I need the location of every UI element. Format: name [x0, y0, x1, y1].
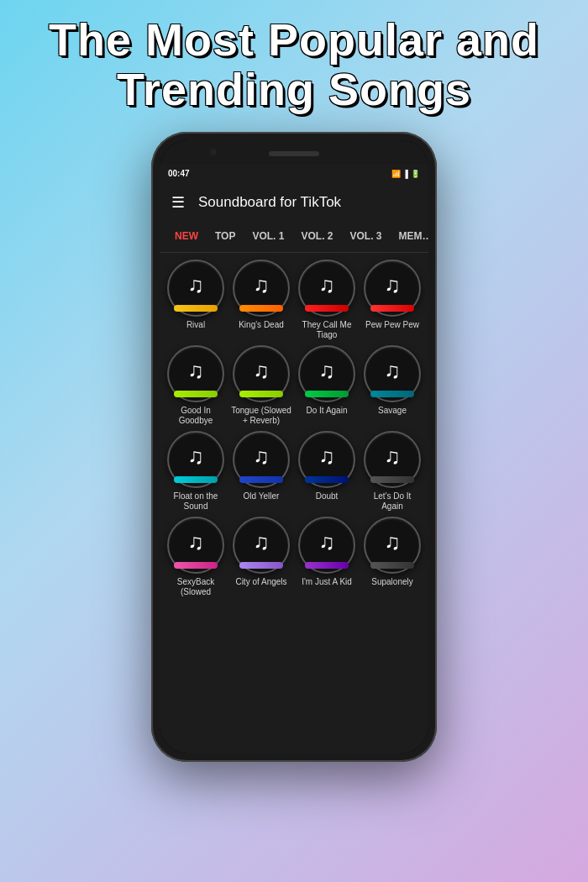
music-note-icon: ♫	[253, 272, 270, 298]
app-header: ☰ Soundboard for TikTok	[160, 184, 428, 221]
music-note-icon: ♫	[253, 358, 270, 384]
sound-item-tongue[interactable]: ♫ Tongue (Slowed + Reverb)	[230, 345, 292, 426]
battery-icon: 🔋	[411, 170, 420, 178]
sound-item-do-it-again[interactable]: ♫ Do It Again	[296, 345, 358, 426]
sound-item-city-of-angels[interactable]: ♫ City of Angels	[230, 517, 292, 597]
music-note-icon: ♫	[384, 529, 401, 555]
sound-item-kings-dead[interactable]: ♫ King's Dead	[230, 260, 292, 340]
tab-meme[interactable]: MEM…	[391, 223, 429, 249]
sound-item-float[interactable]: ♫ Float on the Sound	[165, 431, 227, 512]
sound-item-pew[interactable]: ♫ Pew Pew Pew	[361, 260, 423, 340]
wifi-icon: 📶	[391, 170, 401, 178]
page-title: The Most Popular and Trending Songs	[0, 0, 588, 123]
music-note-icon: ♫	[318, 272, 335, 298]
phone-wrapper: 00:47 📶 ▐ 🔋 ☰ Soundboard for TikTok NEW …	[151, 132, 437, 762]
sounds-grid: ♫ Rival ♫ King's Dead ♫ They Call Me Tia…	[160, 253, 428, 753]
signal-icon: ▐	[403, 170, 408, 178]
music-note-icon: ♫	[318, 358, 335, 384]
music-note-icon: ♫	[318, 529, 335, 555]
status-icons: 📶 ▐ 🔋	[391, 170, 420, 178]
sound-item-doubt[interactable]: ♫ Doubt	[296, 431, 358, 512]
status-bar: 00:47 📶 ▐ 🔋	[160, 164, 428, 184]
tab-bar: NEW TOP VOL. 1 VOL. 2 VOL. 3 MEM…	[160, 221, 428, 253]
status-time: 00:47	[168, 169, 190, 178]
phone-inner: 00:47 📶 ▐ 🔋 ☰ Soundboard for TikTok NEW …	[160, 140, 428, 753]
sound-item-rival[interactable]: ♫ Rival	[165, 260, 227, 340]
music-note-icon: ♫	[253, 529, 270, 555]
app-title: Soundboard for TikTok	[198, 194, 341, 211]
music-note-icon: ♫	[187, 358, 204, 384]
music-note-icon: ♫	[253, 444, 270, 470]
screen-content: 00:47 📶 ▐ 🔋 ☰ Soundboard for TikTok NEW …	[160, 164, 428, 753]
sound-item-tiago[interactable]: ♫ They Call Me Tiago	[296, 260, 358, 340]
sound-item-im-just-a-kid[interactable]: ♫ I'm Just A Kid	[296, 517, 358, 597]
sound-item-supalonely[interactable]: ♫ Supalonely	[361, 517, 423, 597]
sound-item-savage[interactable]: ♫ Savage	[361, 345, 423, 426]
music-note-icon: ♫	[187, 444, 204, 470]
music-note-icon: ♫	[187, 272, 204, 298]
music-note-icon: ♫	[384, 272, 401, 298]
tab-top[interactable]: TOP	[207, 223, 244, 249]
music-note-icon: ♫	[318, 444, 335, 470]
sound-item-lets-do-it-again[interactable]: ♫ Let's Do It Again	[361, 431, 423, 512]
phone-top-bar	[160, 140, 428, 164]
music-note-icon: ♫	[384, 358, 401, 384]
music-note-icon: ♫	[384, 444, 401, 470]
phone-speaker	[269, 151, 319, 156]
music-note-icon: ♫	[187, 529, 204, 555]
tab-vol3[interactable]: VOL. 3	[341, 223, 390, 249]
sound-item-sexyback[interactable]: ♫ SexyBack (Slowed	[165, 517, 227, 597]
tab-new[interactable]: NEW	[166, 223, 207, 249]
sound-item-good-in-goodbye[interactable]: ♫ Good In Goodbye	[165, 345, 227, 426]
tab-vol1[interactable]: VOL. 1	[244, 223, 292, 249]
sound-item-old-yeller[interactable]: ♫ Old Yeller	[230, 431, 292, 512]
hamburger-icon[interactable]: ☰	[171, 195, 185, 210]
phone-camera	[210, 149, 217, 155]
tab-vol2[interactable]: VOL. 2	[292, 223, 341, 249]
